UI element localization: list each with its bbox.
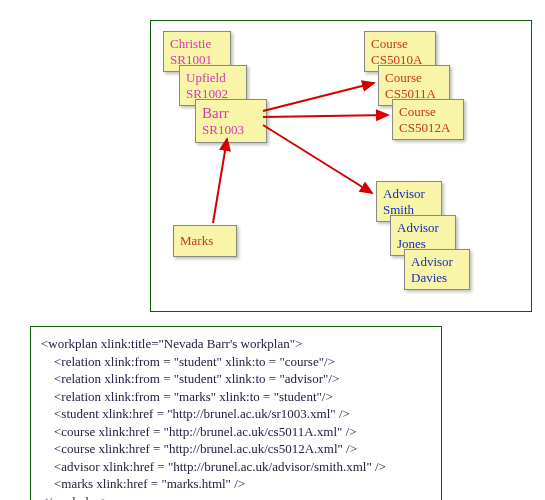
code-line: <student xlink:href = "http://brunel.ac.…	[41, 406, 350, 421]
code-line: <relation xlink:from = "marks" xlink:to …	[41, 389, 333, 404]
marks-label: Marks	[180, 233, 213, 249]
student-id: SR1003	[202, 122, 260, 138]
entity-diagram: Christie SR1001 Upfield SR1002 Barr SR10…	[150, 20, 532, 312]
code-line: <relation xlink:from = "student" xlink:t…	[41, 371, 339, 386]
student-card-barr: Barr SR1003	[195, 99, 267, 143]
course-id: CS5012A	[399, 120, 457, 136]
advisor-card-davies: Advisor Davies	[404, 249, 470, 290]
code-line: <course xlink:href = "http://brunel.ac.u…	[41, 424, 357, 439]
course-label: Course	[385, 70, 443, 86]
arrow-marks-student	[213, 139, 227, 223]
arrow-student-course	[263, 115, 388, 117]
code-line: </workplan>	[41, 494, 108, 500]
course-label: Course	[371, 36, 429, 52]
code-line: <advisor xlink:href = "http://brunel.ac.…	[41, 459, 386, 474]
advisor-label: Advisor	[383, 186, 435, 202]
course-card-cs5012a: Course CS5012A	[392, 99, 464, 140]
arrow-student-advisor	[263, 125, 372, 193]
code-line: <relation xlink:from = "student" xlink:t…	[41, 354, 335, 369]
course-label: Course	[399, 104, 457, 120]
xml-code-block: <workplan xlink:title="Nevada Barr's wor…	[30, 326, 442, 500]
advisor-label: Advisor	[411, 254, 463, 270]
student-name: Upfield	[186, 70, 240, 86]
student-name: Christie	[170, 36, 224, 52]
advisor-name: Davies	[411, 270, 463, 286]
arrow-student-course	[263, 83, 374, 111]
code-line: <workplan xlink:title="Nevada Barr's wor…	[41, 336, 302, 351]
student-name: Barr	[202, 104, 260, 122]
marks-card: Marks	[173, 225, 237, 257]
code-line: <marks xlink:href = "marks.html" />	[41, 476, 245, 491]
advisor-label: Advisor	[397, 220, 449, 236]
code-line: <course xlink:href = "http://brunel.ac.u…	[41, 441, 357, 456]
